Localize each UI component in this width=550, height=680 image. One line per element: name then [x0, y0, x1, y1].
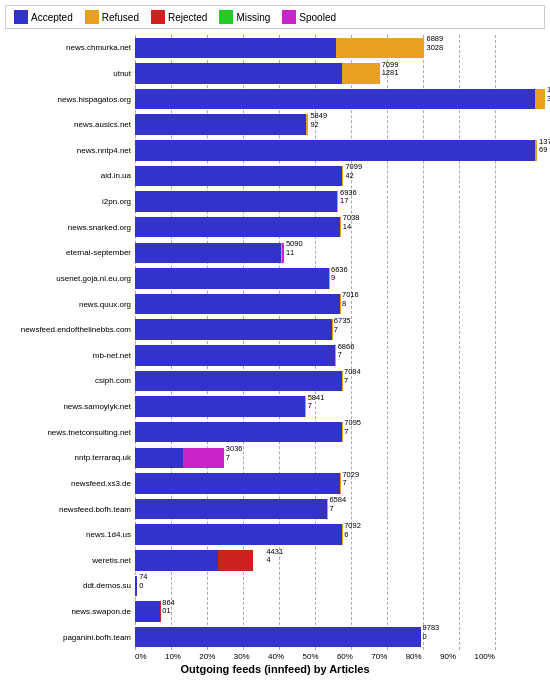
bar-area: 740: [135, 573, 545, 599]
bar-row: news.swapon.de86401: [5, 599, 545, 625]
bar-stack: [135, 473, 340, 494]
bar-area: 584992: [135, 112, 545, 138]
bar-segment-1: [535, 89, 545, 110]
bar-row: ddt.demos.su740: [5, 573, 545, 599]
bar-segment-1: [336, 38, 424, 59]
bar-segment-1: [342, 166, 343, 187]
bar-values: 693617: [340, 189, 357, 206]
bar-wrapper: [135, 345, 336, 366]
bar-stack: [135, 243, 284, 264]
bar-segment-0: [135, 166, 342, 187]
bar-wrapper: [135, 166, 343, 187]
bar-area: 70847: [135, 368, 545, 394]
row-label: news.swapon.de: [5, 607, 135, 616]
row-label: usenet.goja.nl.eu.org: [5, 274, 135, 283]
bar-segment-2: [282, 243, 284, 264]
bar-segment-0: [135, 268, 329, 289]
bar-area: 509011: [135, 240, 545, 266]
bar-row: nntp.terraraq.uk30367: [5, 445, 545, 471]
bar-stack: [135, 422, 342, 443]
bar-segment-0: [135, 191, 337, 212]
bar-values: 740: [139, 573, 147, 590]
bar-values: 70847: [344, 368, 361, 385]
bar-wrapper: [135, 38, 424, 59]
bar-segment-0: [135, 114, 306, 135]
bar-row: news.snarked.org703814: [5, 214, 545, 240]
bar-values: 97830: [423, 624, 440, 641]
legend-color-accepted: [14, 10, 28, 24]
bar-values: 709942: [345, 163, 362, 180]
legend-label-spooled: Spooled: [299, 12, 336, 23]
bar-stack: [135, 601, 160, 622]
bar-values: 86401: [162, 599, 175, 616]
bar-segment-0: [135, 448, 183, 469]
bar-segment-0: [135, 243, 281, 264]
bar-area: 68893028: [135, 35, 545, 61]
row-label: aid.in.ua: [5, 171, 135, 180]
row-label: newsfeed.bofh.team: [5, 505, 135, 514]
bar-row: newsfeed.bofh.team65847: [5, 496, 545, 522]
bar-area: 70926: [135, 522, 545, 548]
x-axis: 0%10%20%30%40%50%60%70%80%90%100%: [5, 652, 545, 661]
bar-stack: [135, 268, 329, 289]
bar-stack: [135, 550, 264, 571]
bar-row: news.quux.org70168: [5, 291, 545, 317]
row-label: weretis.net: [5, 556, 135, 565]
bar-stack: [135, 524, 342, 545]
bar-wrapper: [135, 268, 329, 289]
bar-segment-0: [135, 294, 340, 315]
row-label: news.hispagatos.org: [5, 95, 135, 104]
x-tick-1: 10%: [165, 652, 181, 661]
bar-row: news.nntp4.net1370469: [5, 138, 545, 164]
rows-container: news.chmurka.net68893028utnut70991281new…: [5, 35, 545, 650]
row-label: nntp.terraraq.uk: [5, 453, 135, 462]
bar-segment-0: [135, 140, 535, 161]
bar-row: eternal-september509011: [5, 240, 545, 266]
bar-segment-0: [135, 601, 160, 622]
legend-color-missing: [219, 10, 233, 24]
row-label: news.nntp4.net: [5, 146, 135, 155]
x-tick-10: 100%: [474, 652, 494, 661]
bar-stack: [135, 63, 380, 84]
bar-wrapper: [135, 396, 306, 417]
row-label: news.chmurka.net: [5, 43, 135, 52]
bar-stack: [135, 499, 327, 520]
x-tick-6: 60%: [337, 652, 353, 661]
bar-segment-0: [135, 473, 340, 494]
bar-wrapper: [135, 473, 340, 494]
bar-segment-0: [135, 38, 336, 59]
legend: AcceptedRefusedRejectedMissingSpooled: [5, 5, 545, 29]
bar-stack: [135, 114, 308, 135]
bar-values: 70168: [342, 291, 359, 308]
row-label: news.quux.org: [5, 300, 135, 309]
bar-wrapper: [135, 576, 137, 597]
bar-stack: [135, 627, 421, 648]
bar-stack: [135, 345, 336, 366]
bar-segment-1: [342, 63, 379, 84]
bar-area: 30367: [135, 445, 545, 471]
bar-area: 70957: [135, 419, 545, 445]
bar-values: 1370469: [539, 138, 550, 155]
bar-area: 70168: [135, 291, 545, 317]
bar-values: 70297: [342, 471, 359, 488]
bar-area: 97830: [135, 624, 545, 650]
x-tick-8: 80%: [406, 652, 422, 661]
bar-wrapper: [135, 63, 380, 84]
bar-wrapper: [135, 217, 341, 238]
bar-area: 65847: [135, 496, 545, 522]
row-label: newsfeed.xs3.de: [5, 479, 135, 488]
bar-stack: [135, 166, 343, 187]
bar-row: usenet.goja.nl.eu.org66369: [5, 266, 545, 292]
legend-item-missing: Missing: [219, 10, 270, 24]
bar-wrapper: [135, 524, 342, 545]
bar-stack: [135, 319, 332, 340]
row-label: ddt.demos.su: [5, 581, 135, 590]
x-axis-label: Outgoing feeds (innfeed) by Articles: [5, 661, 545, 675]
bar-wrapper: [135, 422, 342, 443]
row-label: news.snarked.org: [5, 223, 135, 232]
bar-area: 58417: [135, 394, 545, 420]
legend-item-accepted: Accepted: [14, 10, 73, 24]
bar-stack: [135, 89, 545, 110]
bar-segment-0: [135, 63, 342, 84]
bar-area: 703814: [135, 214, 545, 240]
